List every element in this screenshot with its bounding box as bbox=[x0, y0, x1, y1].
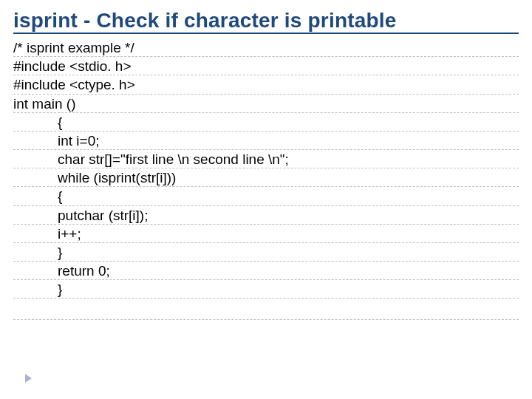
bullet-icon bbox=[25, 374, 32, 383]
code-block: /* isprint example */ #include <stdio. h… bbox=[13, 38, 519, 320]
code-line: } bbox=[13, 280, 519, 299]
slide: isprint - Check if character is printabl… bbox=[0, 0, 532, 399]
code-line: int main () bbox=[13, 95, 519, 113]
code-line: i++; bbox=[13, 225, 519, 243]
code-line: } bbox=[13, 243, 519, 262]
code-line: #include <stdio. h> bbox=[13, 57, 519, 75]
code-line: int i=0; bbox=[13, 132, 519, 150]
code-line: putchar (str[i]); bbox=[13, 206, 519, 225]
code-line: char str[]="first line \n second line \n… bbox=[13, 150, 519, 168]
code-line: while (isprint(str[i])) bbox=[13, 168, 519, 187]
code-line: #include <ctype. h> bbox=[13, 75, 519, 94]
blank-line bbox=[13, 299, 519, 320]
code-line: return 0; bbox=[13, 262, 519, 280]
slide-title: isprint - Check if character is printabl… bbox=[13, 9, 519, 34]
code-line: { bbox=[13, 113, 519, 132]
code-line: /* isprint example */ bbox=[13, 38, 519, 57]
code-line: { bbox=[13, 187, 519, 205]
